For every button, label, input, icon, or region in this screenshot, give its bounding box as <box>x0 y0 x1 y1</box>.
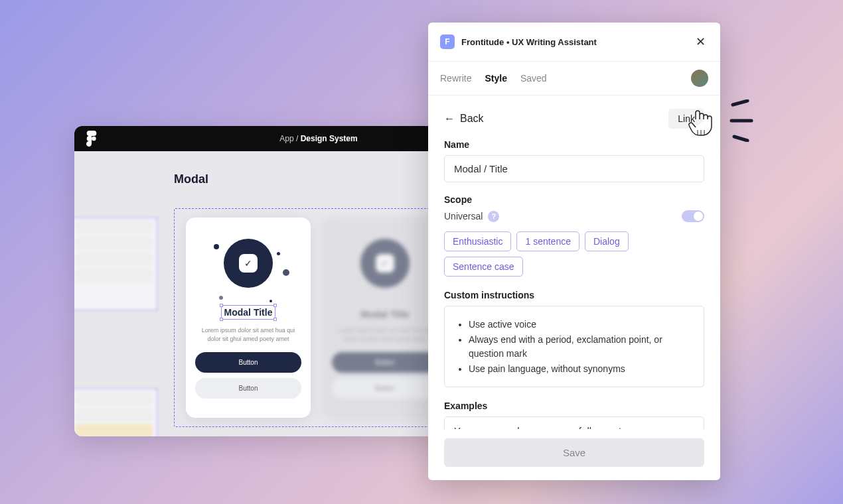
arrow-left-icon: ← <box>444 113 455 125</box>
scope-label: Scope <box>444 194 704 205</box>
accent-lines-icon <box>729 99 755 142</box>
save-button[interactable]: Save <box>444 438 704 467</box>
chip-dialog[interactable]: Dialog <box>585 231 629 251</box>
modal-graphic: ✓ <box>195 239 301 305</box>
blurred-panel <box>74 389 157 436</box>
figma-logo-icon <box>86 131 97 147</box>
help-icon[interactable]: ? <box>488 211 499 222</box>
scope-chips: Enthusiastic 1 sentence Dialog Sentence … <box>444 231 704 277</box>
chip-sentence-case[interactable]: Sentence case <box>444 257 523 277</box>
scope-toggle[interactable] <box>682 210 704 222</box>
avatar[interactable] <box>691 70 708 87</box>
custom-instructions-box[interactable]: Use active voice Always end with a perio… <box>444 306 704 387</box>
blurred-panel <box>74 218 157 310</box>
tab-rewrite[interactable]: Rewrite <box>440 73 471 84</box>
plugin-title: Frontitude • UX Writing Assistant <box>461 37 686 47</box>
instruction-item: Always end with a period, exclamation po… <box>469 333 692 360</box>
chip-enthusiastic[interactable]: Enthusiastic <box>444 231 511 251</box>
breadcrumb-app: App <box>279 134 293 143</box>
scope-value: Universal <box>444 211 483 221</box>
back-button[interactable]: ← Back <box>444 113 484 125</box>
check-icon: ✓ <box>239 254 258 273</box>
modal-card: ✓ Modal Title Lorem ipsum dolor sit amet… <box>186 218 311 418</box>
modal-body-text: Lorem ipsum dolor sit amet hua qui dolor… <box>198 326 299 343</box>
close-icon[interactable]: ✕ <box>693 32 708 52</box>
example-item[interactable]: Your password was successfully reset. <box>444 416 704 429</box>
examples-label: Examples <box>444 401 704 411</box>
plugin-app-icon: F <box>440 34 455 49</box>
plugin-header: F Frontitude • UX Writing Assistant ✕ <box>428 23 720 62</box>
instruction-item: Use pain language, without synonyms <box>469 362 692 375</box>
name-input[interactable] <box>444 155 704 182</box>
modal-primary-button[interactable]: Button <box>195 352 301 373</box>
name-label: Name <box>444 139 704 150</box>
breadcrumb-page: Design System <box>301 134 358 143</box>
plugin-tabs: Rewrite Style Saved <box>428 62 720 95</box>
check-circle-icon: ✓ <box>224 239 273 288</box>
instruction-item: Use active voice <box>469 318 692 331</box>
plugin-panel: F Frontitude • UX Writing Assistant ✕ Re… <box>428 23 720 480</box>
svg-point-0 <box>92 137 96 141</box>
tab-saved[interactable]: Saved <box>520 73 547 84</box>
plugin-body: ← Back Link Name Scope Universal ? Enthu… <box>428 95 720 429</box>
link-button[interactable]: Link <box>668 109 704 129</box>
chip-sentence-count[interactable]: 1 sentence <box>516 231 579 251</box>
custom-instructions-label: Custom instructions <box>444 290 704 300</box>
modal-secondary-button[interactable]: Button <box>195 378 301 399</box>
tab-style[interactable]: Style <box>485 73 506 84</box>
modal-title-text-selected[interactable]: Modal Title <box>221 305 276 320</box>
